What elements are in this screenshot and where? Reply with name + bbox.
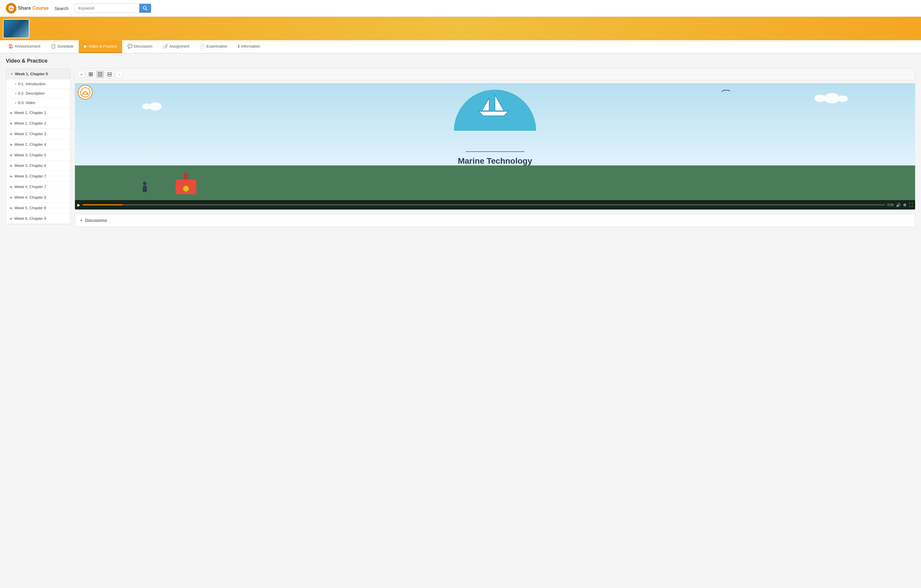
search-box [74, 3, 151, 13]
content-layout: ▼ Week 1, Chapter 0 ▪ 0-1. Introduction … [6, 68, 915, 227]
announcement-icon: 🏠 [8, 44, 13, 49]
tab-video[interactable]: ▶ Video & Practice [79, 40, 122, 53]
sidebar-item-ch6[interactable]: ▶ Week 3, Chapter 6 [6, 160, 70, 171]
progress-bar[interactable] [83, 204, 885, 205]
video-icon: ▶ [84, 44, 87, 49]
toolbar-grid1-btn[interactable] [87, 70, 94, 78]
search-icon [143, 6, 148, 11]
sidebar-item-ch6-label: Week 3, Chapter 6 [15, 163, 46, 168]
tab-announcement[interactable]: 🏠 Announcement [3, 40, 46, 53]
toolbar-grid3-btn[interactable] [106, 70, 113, 78]
sidebar-item-ch9-label: Week 6, Chapter 9 [15, 216, 46, 221]
fullscreen-button[interactable]: ⛶ [909, 203, 913, 207]
sidebar-item-ch0-3-label: 0-3. Video [18, 101, 35, 105]
svg-point-13 [80, 88, 90, 97]
sidebar-item-ch0-label: Week 1, Chapter 0 [15, 72, 48, 76]
discussions-section: + Discussions [75, 214, 915, 227]
ch6-arrow: ▶ [10, 164, 13, 167]
sidebar-item-ch7b[interactable]: ▶ Week 4, Chapter 7 [6, 182, 70, 192]
boat-svg [476, 91, 514, 120]
play-button[interactable]: ▶ [77, 203, 80, 207]
sidebar-item-ch1-label: Week 1, Chapter 1 [15, 111, 46, 115]
settings-button[interactable]: ⚙ [903, 203, 906, 207]
ship-porthole [183, 186, 189, 192]
person-head [143, 182, 146, 185]
sidebar-item-ch4-label: Week 2, Chapter 4 [15, 142, 46, 147]
volume-button[interactable]: 🔊 [896, 203, 901, 207]
sidebar-item-ch8b[interactable]: ▶ Week 5, Chapter 8 [6, 203, 70, 213]
tab-assignment-label: Assignment [169, 44, 189, 49]
sidebar-item-ch2[interactable]: ▶ Week 1, Chapter 2 [6, 118, 70, 129]
video-toolbar: + [75, 68, 915, 80]
sidebar-item-ch5[interactable]: ▶ Week 3, Chapter 5 [6, 150, 70, 160]
video-controls: ▶ 0:00 🔊 ⚙ ⛶ [75, 200, 915, 210]
tab-examination[interactable]: 📄 Examination [194, 40, 233, 53]
ch4-arrow: ▶ [10, 143, 13, 146]
slide-title: Marine Technology [458, 156, 532, 166]
discussions-label: Discussions [85, 218, 107, 223]
right-panel: + [75, 68, 915, 227]
sidebar-item-ch8a[interactable]: ▶ Week 4, Chapter 8 [6, 192, 70, 203]
ch8a-arrow: ▶ [10, 196, 13, 199]
search-label: Search [55, 6, 69, 11]
sidebar-item-ch3-label: Week 2, Chapter 3 [15, 132, 46, 136]
slide-content: Marine Technology [75, 83, 915, 210]
time-display: 0:00 [887, 203, 894, 207]
cloud-group-left [142, 102, 161, 111]
logo-share-text: Share [18, 6, 31, 11]
ch0-3-icon: ▪ [15, 101, 16, 105]
schedule-icon: 📋 [51, 44, 56, 49]
toolbar-add-btn[interactable]: + [78, 70, 85, 78]
assignment-icon: 📝 [163, 44, 168, 49]
sidebar-item-ch0-3[interactable]: ▪ 0-3. Video [6, 98, 70, 108]
svg-rect-5 [91, 73, 93, 74]
grid1-icon [89, 72, 93, 77]
discussions-plus-icon[interactable]: + [80, 218, 83, 223]
sidebar-item-ch7a-label: Week 3, Chapter 7 [15, 174, 46, 178]
header: ShareCourse Search [0, 0, 921, 17]
slide-ship [176, 173, 196, 194]
sidebar-item-ch0-2[interactable]: ▪ 0-2. Description [6, 89, 70, 98]
cloud-l2 [149, 102, 161, 111]
sidebar-item-ch3[interactable]: ▶ Week 2, Chapter 3 [6, 129, 70, 139]
tab-schedule[interactable]: 📋 Schedule [46, 40, 78, 53]
logo-icon [6, 3, 16, 13]
sidebar-item-ch9[interactable]: ▶ Week 6, Chapter 9 [6, 213, 70, 224]
slide-divider-top [465, 151, 524, 152]
sidebar-item-ch8b-label: Week 5, Chapter 8 [15, 206, 46, 210]
tab-discussion[interactable]: 💬 Discussion [122, 40, 158, 53]
search-button[interactable] [139, 4, 151, 13]
main-content: Video & Practice ▼ Week 1, Chapter 0 ▪ 0… [0, 54, 921, 231]
examination-icon: 📄 [200, 44, 205, 49]
ch2-arrow: ▶ [10, 122, 13, 125]
ship-body [176, 179, 196, 194]
ch8b-arrow: ▶ [10, 206, 13, 210]
person-silhouette [142, 182, 148, 192]
cloud3 [838, 96, 848, 102]
svg-rect-7 [91, 75, 93, 76]
tab-discussion-label: Discussion [134, 44, 153, 49]
discussions-header: + Discussions [80, 218, 910, 223]
sidebar-item-ch0-1[interactable]: ▪ 0-1. Introduction [6, 79, 70, 89]
toolbar-arrow-btn[interactable]: → [115, 70, 123, 78]
tab-announcement-label: Announcement [15, 44, 40, 49]
svg-point-0 [8, 5, 14, 11]
sidebar-item-ch1[interactable]: ▶ Week 1, Chapter 1 [6, 108, 70, 118]
tab-assignment[interactable]: 📝 Assignment [158, 40, 194, 53]
toolbar-grid2-btn[interactable] [96, 70, 104, 78]
sidebar-item-ch7a[interactable]: ▶ Week 3, Chapter 7 [6, 171, 70, 182]
discussion-icon: 💬 [127, 44, 132, 49]
sidebar-item-ch4[interactable]: ▶ Week 2, Chapter 4 [6, 139, 70, 150]
logo[interactable]: ShareCourse [6, 3, 49, 13]
nav-tabs: 🏠 Announcement 📋 Schedule ▶ Video & Prac… [0, 40, 921, 54]
banner-thumb-image [3, 20, 29, 37]
video-container: Marine Technology [75, 83, 915, 210]
sidebar-item-ch0[interactable]: ▼ Week 1, Chapter 0 [6, 69, 70, 79]
sidebar-item-ch7b-label: Week 4, Chapter 7 [15, 184, 46, 189]
search-input[interactable] [75, 4, 139, 12]
tab-information[interactable]: ℹ Information [233, 40, 265, 53]
grid3-icon [107, 72, 112, 77]
ch0-arrow: ▼ [10, 72, 13, 75]
sidebar-item-ch0-1-label: 0-1. Introduction [18, 82, 46, 86]
sidebar: ▼ Week 1, Chapter 0 ▪ 0-1. Introduction … [6, 68, 70, 224]
